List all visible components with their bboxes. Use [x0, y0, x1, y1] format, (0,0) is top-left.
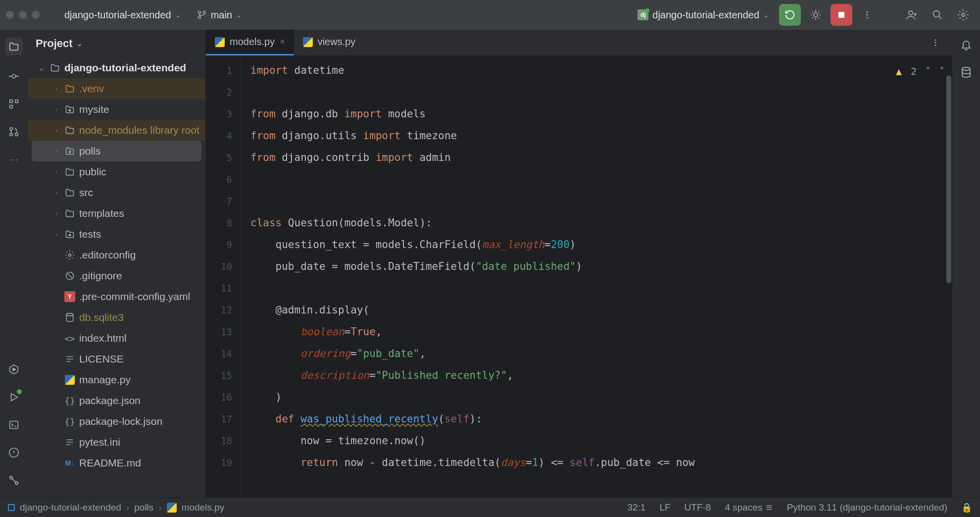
tree-row[interactable]: M↓README.md [28, 453, 205, 473]
line-number[interactable]: 3 [206, 103, 240, 125]
scroll-thumb[interactable] [946, 75, 951, 283]
line-number[interactable]: 5 [206, 147, 240, 168]
line-number[interactable]: 8 [206, 212, 240, 234]
breadcrumb-folder[interactable]: polls [134, 502, 153, 513]
line-number[interactable]: 18 [206, 430, 240, 452]
vcs-tool[interactable] [7, 473, 21, 487]
run-config-selector[interactable]: dj django-tutorial-extended ⌄ [632, 6, 775, 24]
line-number[interactable]: 19 [206, 452, 240, 473]
tree-row[interactable]: ›src [28, 182, 205, 203]
tree-row[interactable]: ›polls [32, 141, 201, 161]
code-line[interactable]: boolean=True, [250, 321, 952, 343]
line-number[interactable]: 15 [206, 364, 240, 386]
code-line[interactable]: pub_date = models.DateTimeField("date pu… [250, 256, 952, 277]
editor-tab[interactable]: models.py× [206, 30, 294, 55]
tool-window-toggle-icon[interactable] [8, 504, 15, 511]
python-interpreter[interactable]: Python 3.11 (django-tutorial-extended) [787, 502, 947, 513]
tree-row[interactable]: <>index.html [28, 328, 205, 349]
line-number[interactable]: 16 [206, 386, 240, 408]
indent-settings[interactable]: 4 spaces [725, 502, 773, 513]
debug-button[interactable] [805, 4, 827, 26]
more-tools[interactable]: ⋯ [7, 153, 21, 166]
tree-row[interactable]: ›mysite [28, 99, 205, 120]
code-line[interactable] [250, 168, 952, 190]
tree-row[interactable]: {}package-lock.json [28, 411, 205, 432]
tree-row[interactable]: .gitignore [28, 265, 205, 286]
run-button[interactable] [779, 4, 801, 26]
code-line[interactable]: import datetime [250, 59, 952, 81]
expand-chevron-icon[interactable]: › [52, 230, 60, 238]
inspection-widget[interactable]: ▲ 2 ˄ ˅ [896, 60, 944, 82]
project-panel-header[interactable]: Project ⌄ [28, 30, 205, 57]
run-tool[interactable] [7, 390, 21, 404]
project-tool[interactable] [5, 38, 23, 55]
project-tree[interactable]: ⌄django-tutorial-extended›.venv›mysite›n… [28, 57, 205, 497]
code-line[interactable]: ordering="pub_date", [250, 343, 952, 364]
expand-chevron-icon[interactable]: › [52, 85, 60, 93]
structure-tool[interactable] [7, 97, 21, 111]
code-line[interactable] [250, 277, 952, 299]
services-tool[interactable] [7, 362, 21, 376]
line-separator[interactable]: LF [659, 502, 670, 513]
zoom-window[interactable] [32, 11, 40, 19]
problems-tool[interactable] [7, 446, 21, 460]
line-number[interactable]: 2 [206, 81, 240, 103]
commit-tool[interactable] [7, 69, 21, 83]
code-line[interactable]: def was_published_recently(self): [250, 408, 952, 430]
line-number[interactable]: 4 [206, 125, 240, 147]
expand-chevron-icon[interactable]: › [52, 126, 60, 134]
expand-chevron-icon[interactable]: ⌄ [38, 64, 46, 72]
code-editor[interactable]: ▲ 2 ˄ ˅ import datetimefrom django.db im… [241, 55, 952, 497]
code-line[interactable]: return now - datetime.timedelta(days=1) … [250, 452, 952, 473]
tree-row[interactable]: manage.py [28, 369, 205, 390]
tab-actions[interactable] [925, 32, 946, 53]
tree-row[interactable]: ›templates [28, 203, 205, 224]
search-everywhere[interactable] [927, 4, 948, 26]
tree-row[interactable]: ⌄django-tutorial-extended [28, 57, 205, 78]
stop-button[interactable] [831, 4, 852, 26]
line-number[interactable]: 12 [206, 299, 240, 321]
line-number[interactable]: 14 [206, 343, 240, 364]
tree-row[interactable]: Y.pre-commit-config.yaml [28, 286, 205, 307]
tree-row[interactable]: {}package.json [28, 390, 205, 411]
code-line[interactable]: from django.db import models [250, 103, 952, 125]
tree-row[interactable]: db.sqlite3 [28, 307, 205, 328]
line-number[interactable]: 11 [206, 277, 240, 299]
code-line[interactable]: @admin.display( [250, 299, 952, 321]
code-line[interactable]: from django.contrib import admin [250, 147, 952, 168]
scroll-track[interactable] [945, 55, 952, 497]
close-window[interactable] [6, 11, 14, 19]
code-line[interactable] [250, 190, 952, 212]
project-selector[interactable]: django-tutorial-extended ⌄ [58, 6, 187, 24]
expand-chevron-icon[interactable]: › [52, 147, 60, 155]
editor-tab[interactable]: views.py [294, 30, 365, 55]
tree-row[interactable]: .editorconfig [28, 245, 205, 265]
code-line[interactable]: now = timezone.now() [250, 430, 952, 452]
line-number[interactable]: 7 [206, 190, 240, 212]
more-actions[interactable] [856, 4, 878, 26]
line-number[interactable]: 1 [206, 59, 240, 81]
tree-row[interactable]: pytest.ini [28, 432, 205, 453]
vcs-branch[interactable]: main ⌄ [191, 6, 248, 24]
line-number[interactable]: 10 [206, 256, 240, 277]
breadcrumb-root[interactable]: django-tutorial-extended [20, 502, 121, 513]
terminal-tool[interactable] [7, 418, 21, 432]
file-encoding[interactable]: UTF-8 [685, 502, 711, 513]
code-line[interactable]: question_text = models.CharField(max_len… [250, 234, 952, 256]
lock-icon[interactable]: 🔒 [961, 502, 972, 513]
close-tab-icon[interactable]: × [280, 37, 285, 47]
settings[interactable] [952, 4, 974, 26]
tree-row[interactable]: ›public [28, 161, 205, 182]
line-number[interactable]: 13 [206, 321, 240, 343]
code-line[interactable]: description="Published recently?", [250, 364, 952, 386]
cursor-position[interactable]: 32:1 [627, 502, 645, 513]
tree-row[interactable]: ›node_modules library root [28, 120, 205, 141]
code-line[interactable]: ) [250, 386, 952, 408]
notifications-tool[interactable] [959, 38, 973, 52]
expand-chevron-icon[interactable]: › [52, 168, 60, 176]
code-with-me[interactable] [901, 4, 923, 26]
line-number[interactable]: 17 [206, 408, 240, 430]
code-line[interactable] [250, 81, 952, 103]
line-number[interactable]: 6 [206, 168, 240, 190]
code-line[interactable]: class Question(models.Model): [250, 212, 952, 234]
